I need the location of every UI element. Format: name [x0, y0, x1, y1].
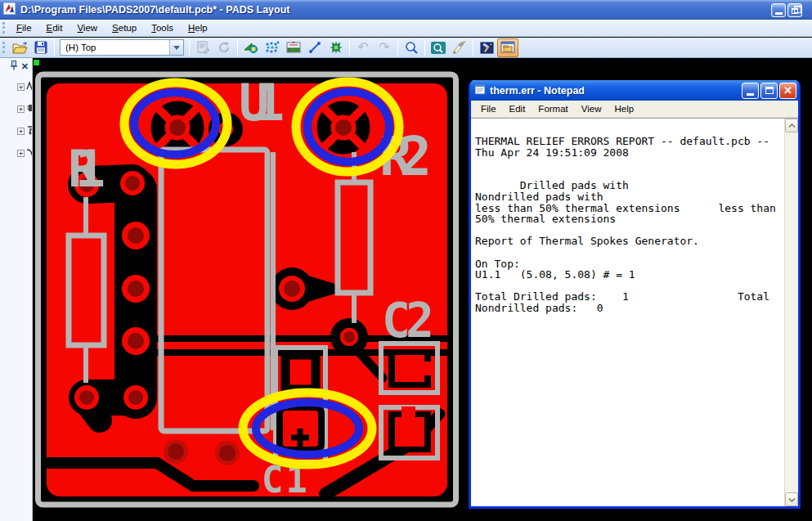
- chevron-up-icon: [788, 124, 796, 128]
- tree-item-nets[interactable]: +: [17, 79, 32, 94]
- connections-icon: [26, 146, 33, 160]
- toolbar-separator: [397, 40, 398, 56]
- toolbar-separator: [473, 40, 473, 56]
- menu-file[interactable]: File: [474, 101, 503, 116]
- dimension-toolbar-icon[interactable]: [304, 38, 325, 57]
- panel-header: ✕: [0, 58, 32, 73]
- status-dot: [34, 60, 39, 65]
- notepad-body: THERMAL RELIEF ERRORS REPORT -- default.…: [471, 118, 798, 506]
- expand-plus-icon[interactable]: +: [17, 106, 25, 113]
- open-icon[interactable]: [9, 38, 30, 57]
- menu-edit[interactable]: Edit: [39, 20, 70, 35]
- menu-help[interactable]: Help: [608, 101, 641, 116]
- label-u1: U1: [239, 73, 285, 132]
- menu-view[interactable]: View: [575, 101, 608, 116]
- notepad-window: therm.err - Notepad ✕ File Edit Format V…: [469, 80, 801, 509]
- notepad-window-title: therm.err - Notepad: [490, 85, 740, 97]
- pads-menubar: File Edit View Setup Tools Help: [0, 20, 812, 37]
- refresh-icon[interactable]: [213, 38, 235, 57]
- redo-icon[interactable]: ↷: [374, 38, 395, 57]
- vertical-scrollbar[interactable]: [784, 119, 798, 506]
- notepad-text-area[interactable]: THERMAL RELIEF ERRORS REPORT -- default.…: [471, 119, 784, 506]
- eco-toolbar-icon[interactable]: [325, 38, 347, 57]
- menu-help[interactable]: Help: [181, 20, 215, 35]
- notepad-app-icon: [474, 83, 486, 98]
- project-explorer-panel: ✕ + + + +: [0, 58, 33, 521]
- toolbar-separator: [189, 40, 190, 56]
- close-button[interactable]: ✕: [779, 83, 796, 99]
- chevron-down-icon: [788, 497, 796, 502]
- toolbar-separator: [424, 40, 425, 56]
- scroll-up-button[interactable]: [785, 119, 798, 132]
- pads-app-icon: [3, 2, 16, 18]
- close-icon: ✕: [783, 85, 792, 96]
- tree-item-connections[interactable]: +: [17, 146, 32, 160]
- toolbar-grip[interactable]: [2, 42, 5, 53]
- toolbar-separator: [349, 40, 350, 56]
- drafting-selected-icon[interactable]: [497, 38, 518, 57]
- notepad-titlebar: therm.err - Notepad ✕: [470, 80, 799, 101]
- menu-view[interactable]: View: [70, 20, 105, 35]
- undo-icon[interactable]: ↶: [352, 38, 374, 57]
- save-icon[interactable]: [30, 38, 52, 57]
- menu-format[interactable]: Format: [532, 101, 574, 116]
- close-icon[interactable]: ✕: [21, 62, 29, 71]
- nets-icon: [26, 79, 33, 94]
- menu-setup[interactable]: Setup: [105, 20, 144, 35]
- label-r1: R1: [68, 139, 105, 199]
- pads-toolbar: (H) Top ↶ ↷: [0, 38, 812, 58]
- pads-window-title: D:\Program Files\PADS2007\default.pcb* -…: [20, 4, 771, 16]
- redraw-brush-icon[interactable]: [449, 38, 470, 57]
- design-toolbar-icon[interactable]: [240, 38, 262, 57]
- tree-item-decals[interactable]: +: [17, 124, 32, 138]
- layer-combobox-value: (H) Top: [65, 43, 169, 52]
- board-view-icon[interactable]: [428, 38, 449, 57]
- expand-plus-icon[interactable]: +: [17, 150, 25, 157]
- route-toolbar-icon[interactable]: [262, 38, 283, 57]
- chevron-down-icon[interactable]: [169, 40, 183, 55]
- screen: D:\Program Files\PADS2007\default.pcb* -…: [0, 0, 812, 521]
- menu-edit[interactable]: Edit: [503, 101, 532, 116]
- pads-titlebar: D:\Program Files\PADS2007\default.pcb* -…: [0, 0, 812, 20]
- maximize-button[interactable]: [760, 83, 778, 99]
- minimize-button[interactable]: [771, 3, 786, 17]
- label-c2: C2: [382, 293, 434, 348]
- tree-item-parts[interactable]: +: [17, 101, 32, 116]
- toolbar-separator: [54, 40, 55, 56]
- toolbar-separator: [237, 40, 238, 56]
- parts-icon: [26, 101, 33, 116]
- restore-button[interactable]: [787, 3, 802, 17]
- notepad-menubar: File Edit Format View Help: [471, 101, 798, 118]
- expand-plus-icon[interactable]: +: [17, 83, 25, 91]
- layer-combobox[interactable]: (H) Top: [60, 39, 184, 56]
- minimize-button[interactable]: [742, 83, 759, 99]
- drafting-toolbar-icon[interactable]: [283, 38, 304, 57]
- zoom-icon[interactable]: [401, 38, 422, 57]
- expand-plus-icon[interactable]: +: [17, 128, 25, 135]
- properties-icon[interactable]: [192, 38, 213, 57]
- decals-icon: [26, 124, 33, 138]
- pin-icon[interactable]: [10, 59, 18, 74]
- scroll-down-button[interactable]: [785, 492, 798, 506]
- toolbox-icon[interactable]: [476, 38, 497, 57]
- menubar-grip[interactable]: [2, 22, 5, 34]
- menu-file[interactable]: File: [9, 20, 39, 35]
- menu-tools[interactable]: Tools: [144, 20, 181, 35]
